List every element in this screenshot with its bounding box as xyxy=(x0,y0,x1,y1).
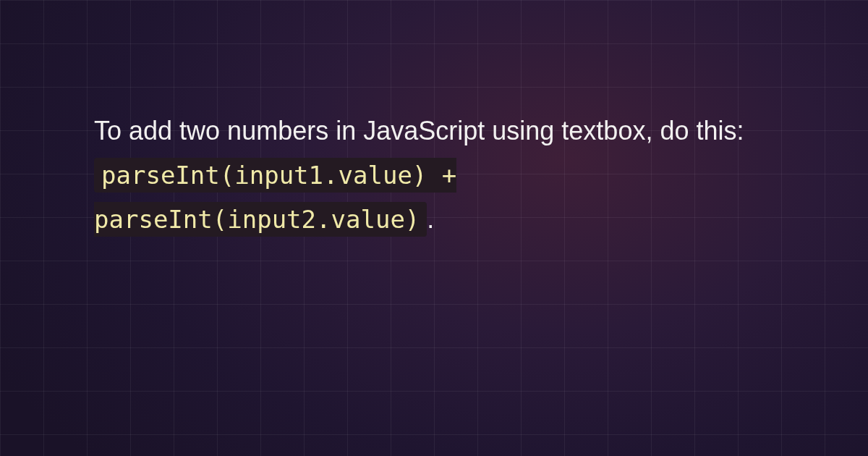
content-block: To add two numbers in JavaScript using t… xyxy=(0,0,868,242)
closing-period: . xyxy=(427,204,434,234)
intro-text: To add two numbers in JavaScript using t… xyxy=(94,116,744,145)
description-paragraph: To add two numbers in JavaScript using t… xyxy=(94,109,774,242)
code-snippet: parseInt(input1.value) + parseInt(input2… xyxy=(94,158,456,237)
